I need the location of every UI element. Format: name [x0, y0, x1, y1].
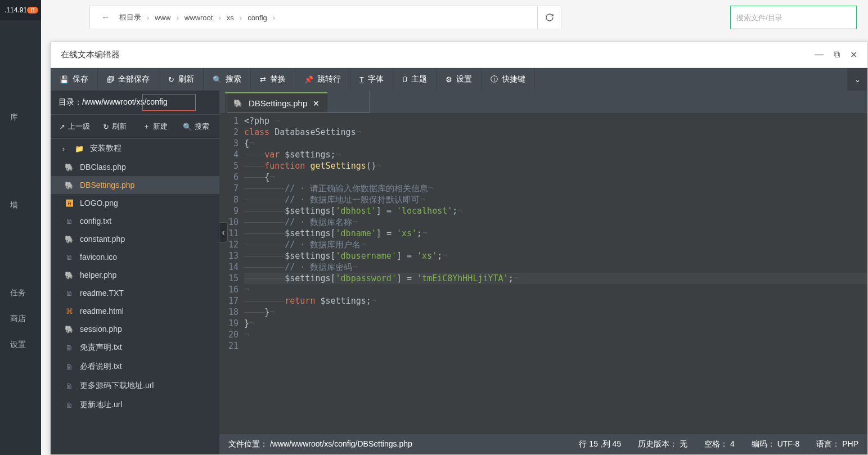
crumb-config[interactable]: config: [244, 13, 271, 22]
code-content[interactable]: <?php ¬class DatabaseSettings¬{¬————var …: [244, 113, 867, 434]
file-item[interactable]: 🗎必看说明.txt: [51, 357, 219, 376]
crumb-xs[interactable]: xs: [223, 13, 237, 22]
language-status[interactable]: 语言： PHP: [816, 439, 858, 449]
php-icon: 🐘: [64, 271, 74, 280]
chevron-left-icon: ‹: [222, 228, 225, 237]
indent-status[interactable]: 空格： 4: [704, 439, 735, 449]
minimize-button[interactable]: —: [815, 49, 824, 60]
file-list: ›📁安装教程 🐘DBClass.php 🐘DBSettings.php 🅰LOG…: [51, 139, 219, 454]
encoding-status[interactable]: 编码： UTF-8: [752, 439, 800, 449]
file-item[interactable]: 🗎favicon.ico: [51, 248, 219, 266]
new-file-button[interactable]: ＋新建: [135, 119, 176, 134]
file-item[interactable]: 🗎config.txt: [51, 212, 219, 230]
file-item-selected[interactable]: 🐘DBSettings.php: [51, 176, 219, 194]
file-icon: 🗎: [64, 217, 74, 226]
goto-line-button[interactable]: 📌跳转行: [295, 68, 350, 91]
search-icon: 🔍: [213, 75, 222, 84]
file-item[interactable]: 🅰LOGO.png: [51, 194, 219, 212]
status-bar: 文件位置： /www/wwwroot/xs/config/DBSettings.…: [219, 434, 867, 454]
editor-title-bar: 在线文本编辑器 — ⧉ ✕: [51, 42, 867, 68]
replace-icon: ⇄: [260, 75, 266, 84]
info-icon: ⓘ: [491, 74, 498, 84]
save-button[interactable]: 💾保存: [51, 68, 98, 91]
sidebar-item-tasks[interactable]: 任务: [0, 280, 41, 306]
file-item[interactable]: 🗎更多源码下载地址.url: [51, 376, 219, 395]
chevron-right-icon: ›: [174, 13, 181, 22]
tab-label: DBSettings.php: [249, 98, 307, 108]
code-editor[interactable]: 123456789101112131415161718192021 <?php …: [219, 113, 867, 434]
font-icon: T: [359, 75, 364, 84]
close-button[interactable]: ✕: [850, 49, 857, 60]
file-item[interactable]: 🐘DBClass.php: [51, 158, 219, 176]
hotkey-button[interactable]: ⓘ快捷键: [482, 68, 535, 91]
main-sidebar: .114.91 0 库 墙 任务 商店 设置: [0, 0, 41, 455]
plus-icon: ＋: [143, 121, 150, 132]
sidebar-item-firewall[interactable]: 墙: [0, 192, 41, 218]
gear-icon: ⚙: [446, 75, 452, 84]
chevron-right-icon: ›: [237, 13, 244, 22]
editor-window: 在线文本编辑器 — ⧉ ✕ 💾保存 🗐全部保存 ↻刷新 🔍搜索 ⇄替换 📌跳转行…: [50, 42, 868, 455]
file-tab[interactable]: 🐘 DBSettings.php ✕: [225, 92, 327, 113]
refresh-files-button[interactable]: ↻刷新: [95, 119, 135, 134]
file-item[interactable]: 🗎readme.TXT: [51, 284, 219, 302]
chevron-right-icon: ›: [216, 13, 223, 22]
file-icon: 🗎: [64, 289, 74, 298]
maximize-button[interactable]: ⧉: [834, 49, 840, 60]
sidebar-header: .114.91 0: [0, 0, 41, 20]
crumb-www[interactable]: www: [151, 13, 174, 22]
editor-body: 目录：/www/wwwroot/xs/config ↗上一级 ↻刷新 ＋新建 🔍…: [51, 91, 867, 454]
cursor-position-status[interactable]: 行 15 ,列 45: [579, 439, 621, 449]
replace-button[interactable]: ⇄替换: [251, 68, 295, 91]
theme-button[interactable]: Ü主题: [393, 68, 437, 91]
sidebar-item-database[interactable]: 库: [0, 105, 41, 130]
folder-icon: 📁: [74, 145, 84, 153]
sidebar-item-settings[interactable]: 设置: [0, 332, 41, 358]
file-item[interactable]: ⌘readme.html: [51, 302, 219, 320]
search-icon: 🔍: [183, 123, 192, 131]
settings-button[interactable]: ⚙设置: [437, 68, 482, 91]
share-icon: ↗: [59, 123, 65, 131]
breadcrumb-bar: ← 根目录› www› wwwroot› xs› config›: [89, 6, 857, 29]
theme-icon: Ü: [402, 75, 407, 84]
history-status[interactable]: 历史版本： 无: [638, 439, 687, 449]
file-item[interactable]: 🐘session.php: [51, 320, 219, 338]
php-icon: 🐘: [64, 235, 74, 244]
font-button[interactable]: T字体: [350, 68, 393, 91]
refresh-button[interactable]: ↻刷新: [159, 68, 204, 91]
toolbar-overflow-button[interactable]: ⌄: [847, 68, 867, 91]
file-panel: 目录：/www/wwwroot/xs/config ↗上一级 ↻刷新 ＋新建 🔍…: [51, 91, 219, 454]
file-icon: 🗎: [64, 382, 74, 390]
window-controls: — ⧉ ✕: [815, 49, 857, 60]
file-item-folder[interactable]: ›📁安装教程: [51, 139, 219, 158]
save-all-button[interactable]: 🗐全部保存: [98, 68, 159, 91]
search-button[interactable]: 🔍搜索: [204, 68, 251, 91]
file-icon: 🗎: [64, 344, 74, 352]
save-icon: 💾: [60, 75, 69, 84]
goto-icon: 📌: [304, 75, 313, 84]
search-input[interactable]: [730, 6, 857, 29]
refresh-icon: ↻: [103, 123, 109, 131]
collapse-panel-button[interactable]: ‹: [219, 222, 228, 242]
back-button[interactable]: ←: [96, 12, 116, 22]
ip-fragment: .114.91: [5, 6, 27, 14]
close-tab-button[interactable]: ✕: [313, 99, 320, 108]
html-icon: ⌘: [64, 307, 74, 316]
file-item[interactable]: 🗎免责声明.txt: [51, 338, 219, 357]
code-panel: ‹ 🐘 DBSettings.php ✕ 1234567891011121314…: [219, 91, 867, 454]
editor-toolbar: 💾保存 🗐全部保存 ↻刷新 🔍搜索 ⇄替换 📌跳转行 T字体 Ü主题 ⚙设置 ⓘ…: [51, 68, 867, 91]
file-icon: 🗎: [64, 401, 74, 409]
notification-badge[interactable]: 0: [27, 7, 38, 13]
parent-dir-button[interactable]: ↗上一级: [54, 119, 95, 134]
sidebar-item-store[interactable]: 商店: [0, 306, 41, 332]
directory-label: 目录：/www/wwwroot/xs/config: [51, 91, 219, 114]
search-files-button[interactable]: 🔍搜索: [176, 119, 216, 134]
crumb-wwwroot[interactable]: wwwroot: [181, 13, 217, 22]
crumb-root[interactable]: 根目录: [116, 12, 145, 22]
image-icon: 🅰: [64, 199, 74, 208]
file-item[interactable]: 🗎更新地址.url: [51, 395, 219, 415]
breadcrumb-refresh-button[interactable]: [538, 6, 561, 29]
chevron-down-icon: ⌄: [854, 75, 861, 84]
file-item[interactable]: 🐘helper.php: [51, 266, 219, 284]
file-item[interactable]: 🐘constant.php: [51, 230, 219, 248]
editor-title: 在线文本编辑器: [61, 49, 120, 60]
